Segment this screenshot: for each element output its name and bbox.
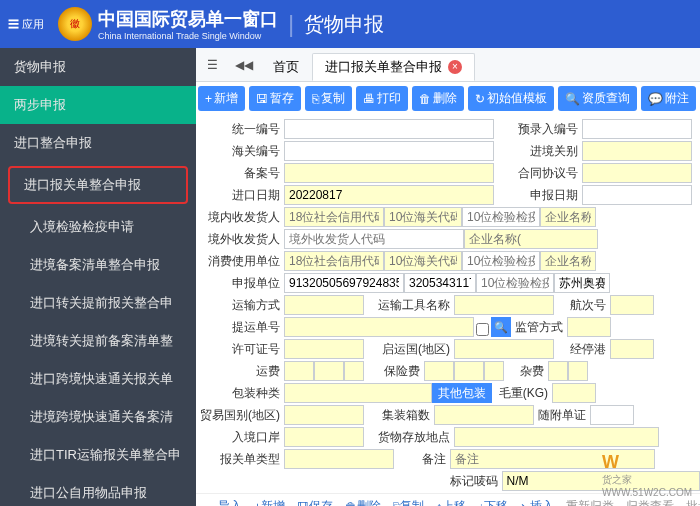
- sidebar-item[interactable]: 进境备案清单整合申报: [0, 246, 196, 284]
- entry-type-input[interactable]: [582, 141, 692, 161]
- toolbar-button[interactable]: ⎘复制: [305, 86, 352, 111]
- consumer-name[interactable]: [540, 251, 596, 271]
- toolbar-button[interactable]: 🔍资质查询: [558, 86, 637, 111]
- entry-port-input[interactable]: [284, 427, 364, 447]
- import-date-input[interactable]: [284, 185, 494, 205]
- toolbar-button[interactable]: 🖶打印: [356, 86, 408, 111]
- sidebar-item[interactable]: 入境检验检疫申请: [0, 208, 196, 246]
- license-input[interactable]: [284, 339, 364, 359]
- site-title: 中国国际贸易单一窗口 China International Trade Sin…: [98, 7, 278, 41]
- trade-country-input[interactable]: [284, 405, 364, 425]
- unified-no-input[interactable]: [284, 119, 494, 139]
- trans-mode-input[interactable]: [284, 295, 364, 315]
- toolbar: +新增🖫暂存⎘复制🖶打印🗑删除↻初始值模板🔍资质查询💬附注📄随附单据$特许权使: [196, 82, 700, 115]
- toolbar-button[interactable]: 🖫暂存: [249, 86, 301, 111]
- page-title: 货物申报: [304, 11, 384, 38]
- pack-type-input[interactable]: [284, 383, 432, 403]
- tab-active[interactable]: 进口报关单整合申报 ×: [312, 53, 475, 81]
- ovs-consignor-name[interactable]: [464, 229, 598, 249]
- voyage-input[interactable]: [610, 295, 654, 315]
- declare-unit-code[interactable]: [284, 273, 404, 293]
- bl-checkbox[interactable]: [476, 320, 489, 339]
- subtool-button[interactable]: ⎘ 复制: [389, 496, 428, 506]
- sidebar-item[interactable]: 进口整合申报: [0, 124, 196, 162]
- dom-consignee-hg[interactable]: [384, 207, 462, 227]
- sidebar-item[interactable]: 进口公自用物品申报: [0, 474, 196, 506]
- subtool-button[interactable]: ↘ 插入: [516, 496, 558, 506]
- container-input[interactable]: [434, 405, 534, 425]
- trans-name-input[interactable]: [454, 295, 554, 315]
- supervise-input[interactable]: [567, 317, 611, 337]
- declare-unit-hg[interactable]: [404, 273, 476, 293]
- search-icon[interactable]: 🔍: [491, 317, 511, 337]
- sidebar-item[interactable]: 进口TIR运输报关单整合申: [0, 436, 196, 474]
- logo-icon: 徽: [58, 7, 92, 41]
- sidebar-item[interactable]: 进境跨境快速通关备案清: [0, 398, 196, 436]
- attach-input[interactable]: [590, 405, 634, 425]
- customs-no-input[interactable]: [284, 141, 494, 161]
- watermark: W 货之家WWW.51W2C.COM: [602, 452, 692, 498]
- declare-unit-name[interactable]: [554, 273, 610, 293]
- sidebar-item[interactable]: 进口跨境快速通关报关单: [0, 360, 196, 398]
- sidebar-item[interactable]: 货物申报: [0, 48, 196, 86]
- record-no-input[interactable]: [284, 163, 494, 183]
- declare-type-input[interactable]: [284, 449, 394, 469]
- sidebar-item[interactable]: 进口报关单整合申报: [8, 166, 188, 204]
- ovs-consignor-code[interactable]: [284, 229, 464, 249]
- sidebar-item[interactable]: 进口转关提前报关整合申: [0, 284, 196, 322]
- subtool-button[interactable]: 🗑 删除: [341, 496, 385, 506]
- subtool-button[interactable]: → 导入: [202, 496, 246, 506]
- sidebar-item[interactable]: 两步申报: [0, 86, 196, 124]
- subtool-button[interactable]: ↓ 下移: [474, 496, 512, 506]
- other-pack-button[interactable]: 其他包装: [432, 383, 492, 403]
- dom-consignee-name[interactable]: [540, 207, 596, 227]
- depart-input[interactable]: [454, 339, 554, 359]
- declare-unit-jy[interactable]: [476, 273, 554, 293]
- menu-icon[interactable]: ☰: [198, 51, 226, 79]
- sidebar-item[interactable]: 进境转关提前备案清单整: [0, 322, 196, 360]
- declare-date-input[interactable]: [582, 185, 692, 205]
- tab-home[interactable]: 首页: [260, 53, 312, 81]
- via-port-input[interactable]: [610, 339, 654, 359]
- contract-no-input[interactable]: [582, 163, 692, 183]
- toolbar-button[interactable]: ↻初始值模板: [468, 86, 554, 111]
- consumer-jy[interactable]: [462, 251, 540, 271]
- subtool-button[interactable]: 🖫 保存: [293, 496, 337, 506]
- subtool-button[interactable]: + 新增: [250, 496, 289, 506]
- consumer-code[interactable]: [284, 251, 384, 271]
- app-menu[interactable]: ☰ 应用: [0, 17, 52, 32]
- goods-loc-input[interactable]: [454, 427, 659, 447]
- dom-consignee-jy[interactable]: [462, 207, 540, 227]
- close-icon[interactable]: ×: [448, 60, 462, 74]
- toolbar-button[interactable]: 💬附注: [641, 86, 696, 111]
- pre-entry-input[interactable]: [582, 119, 692, 139]
- dom-consignee-code[interactable]: [284, 207, 384, 227]
- tab-bar: ☰ ◀◀ 首页 进口报关单整合申报 ×: [196, 48, 700, 82]
- toolbar-button[interactable]: 🗑删除: [412, 86, 464, 111]
- toolbar-button[interactable]: +新增: [198, 86, 245, 111]
- consumer-hg[interactable]: [384, 251, 462, 271]
- subtool-button[interactable]: ↑ 上移: [432, 496, 470, 506]
- bl-no-input[interactable]: [284, 317, 474, 337]
- back-icon[interactable]: ◀◀: [230, 51, 258, 79]
- gross-weight-input[interactable]: [552, 383, 596, 403]
- sidebar: 货物申报两步申报进口整合申报进口报关单整合申报入境检验检疫申请进境备案清单整合申…: [0, 48, 196, 506]
